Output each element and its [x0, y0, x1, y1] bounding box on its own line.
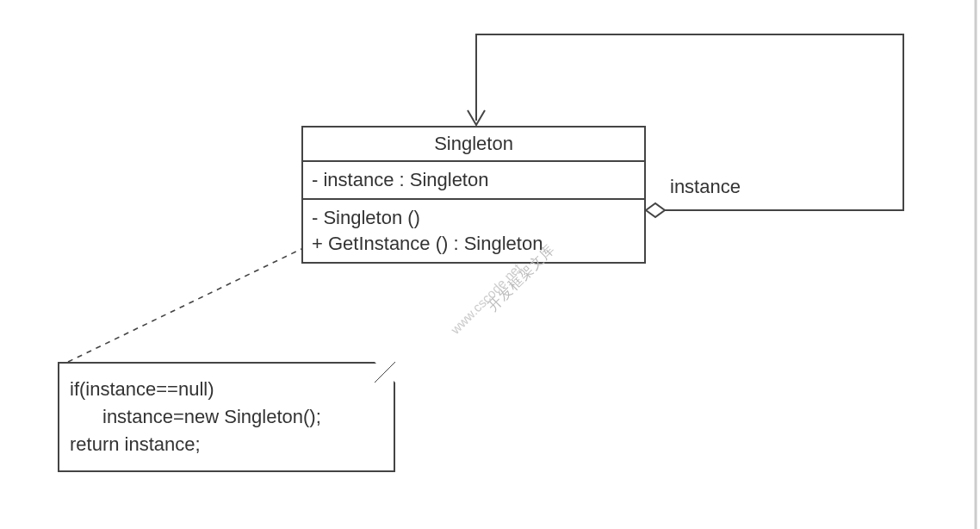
- svg-line-1: [68, 248, 303, 362]
- association-label: instance: [670, 176, 741, 198]
- note-line: if(instance==null): [70, 376, 383, 403]
- uml-operation: - Singleton (): [312, 205, 636, 231]
- uml-note: if(instance==null) instance=new Singleto…: [58, 362, 395, 472]
- note-line: return instance;: [70, 431, 383, 458]
- note-line: instance=new Singleton();: [70, 403, 383, 431]
- svg-marker-0: [646, 203, 665, 217]
- uml-class-name: Singleton: [303, 128, 644, 160]
- uml-attributes: - instance : Singleton: [303, 160, 644, 198]
- uml-operations: - Singleton () + GetInstance () : Single…: [303, 198, 644, 262]
- uml-class-singleton: Singleton - instance : Singleton - Singl…: [301, 126, 646, 264]
- uml-attribute: - instance : Singleton: [312, 167, 636, 193]
- note-fold-icon: [375, 362, 395, 383]
- watermark-url: www.cscode.net: [448, 260, 524, 337]
- uml-operation: + GetInstance () : Singleton: [312, 231, 636, 257]
